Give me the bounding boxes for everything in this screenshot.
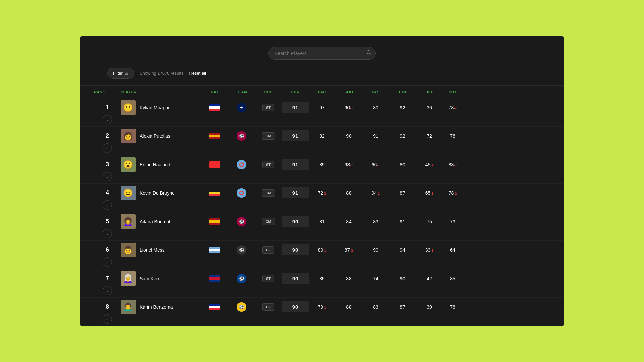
expand-button[interactable]: ⌄ <box>94 314 121 324</box>
position-badge: CM <box>255 132 282 140</box>
player-name: Karim Benzema <box>140 304 173 310</box>
nationality-flag <box>201 161 228 168</box>
sho-stat: 90 <box>335 133 362 139</box>
rank-cell: 8 <box>94 303 121 310</box>
dri-stat: 92 <box>389 105 416 110</box>
def-stat: 65-1 <box>416 190 443 196</box>
player-name: Kylian Mbappé <box>140 105 171 110</box>
pac-stat: 85 <box>309 276 335 281</box>
expand-button[interactable]: ⌄ <box>94 229 121 238</box>
expand-circle-btn[interactable]: ⌄ <box>103 172 112 181</box>
expand-button[interactable]: ⌄ <box>94 143 121 153</box>
pac-stat: 82 <box>309 133 335 139</box>
player-cell: 👩 Alexia Putellas <box>121 129 201 143</box>
search-button[interactable] <box>366 50 372 57</box>
ovr-stat: 91 <box>282 159 309 170</box>
ovr-stat: 91 <box>282 130 309 141</box>
expand-circle-btn[interactable]: ⌄ <box>103 257 112 267</box>
rank-cell: 6 <box>94 246 121 253</box>
player-cell: 👩‍🦱 Aitana Bonmatí <box>121 214 201 229</box>
nationality-flag <box>201 133 228 139</box>
svg-line-1 <box>370 53 371 55</box>
team-logo: ✦ <box>228 103 255 112</box>
position-badge: ST <box>255 104 282 111</box>
sho-stat: 88 <box>335 190 362 196</box>
ovr-stat: 90 <box>282 216 309 227</box>
col-def: DEF <box>416 90 443 94</box>
position-badge: CM <box>255 189 282 197</box>
col-team: TEAM <box>228 90 255 94</box>
player-name: Erling Haaland <box>140 162 170 167</box>
team-logo: ⭕ <box>228 188 255 198</box>
avatar: 😐 <box>121 100 136 115</box>
expand-circle-btn[interactable]: ⌄ <box>103 229 112 238</box>
col-player: PLAYER <box>121 90 201 94</box>
phy-stat: 73 <box>443 219 463 224</box>
def-stat: 75 <box>416 219 443 224</box>
expand-circle-btn[interactable]: ⌄ <box>103 200 112 210</box>
col-pas: PAS <box>362 90 389 94</box>
pas-stat: 74 <box>362 276 389 281</box>
phy-stat: 78 <box>443 133 463 139</box>
position-badge: ST <box>255 275 282 282</box>
sho-stat: 90-1 <box>335 105 362 110</box>
table-row: 3 😮 Erling Haaland ⭕ ST 91 89 93-2 66-1 … <box>80 155 564 184</box>
expand-button[interactable]: ⌄ <box>94 200 121 210</box>
nationality-flag <box>201 104 228 111</box>
pac-stat: 97 <box>309 105 335 110</box>
table-row: 4 😑 Kevin De Bruyne ⭕ CM 91 72-2 88 94-1… <box>80 184 564 212</box>
table-row: 1 😐 Kylian Mbappé ✦ ST 91 97 90-1 80 92 … <box>80 98 564 127</box>
filter-bar: Filter ⊟ Showing 17670 results Reset all <box>80 68 564 85</box>
pac-stat: 81 <box>309 219 335 224</box>
expand-button[interactable]: ⌄ <box>94 286 121 295</box>
rank-cell: 5 <box>94 218 121 225</box>
position-badge: ST <box>255 161 282 168</box>
phy-stat: 88-1 <box>443 162 463 167</box>
expand-circle-btn[interactable]: ⌄ <box>103 115 112 124</box>
team-logo: ⚽ <box>228 302 255 312</box>
ovr-stat: 90 <box>282 244 309 255</box>
expand-circle-btn[interactable]: ⌄ <box>103 143 112 153</box>
position-badge: CF <box>255 303 282 311</box>
table-body: 1 😐 Kylian Mbappé ✦ ST 91 97 90-1 80 92 … <box>80 98 564 326</box>
col-sho: SHO <box>335 90 362 94</box>
filter-button[interactable]: Filter ⊟ <box>107 68 134 79</box>
avatar: 👩 <box>121 129 136 143</box>
nationality-flag <box>201 190 228 196</box>
rank-cell: 1 <box>94 104 121 111</box>
phy-stat: 64 <box>443 247 463 253</box>
avatar: 👨‍🦱 <box>121 300 136 314</box>
pas-stat: 83 <box>362 304 389 310</box>
avatar: 😮 <box>121 157 136 172</box>
reset-button[interactable]: Reset all <box>189 71 206 76</box>
expand-button[interactable]: ⌄ <box>94 172 121 181</box>
player-name: Lionel Messi <box>140 247 166 253</box>
search-input[interactable] <box>268 47 376 60</box>
player-name: Kevin De Bruyne <box>140 190 175 196</box>
phy-stat: 78 <box>443 304 463 310</box>
expand-button[interactable]: ⌄ <box>94 115 121 124</box>
expand-circle-btn[interactable]: ⌄ <box>103 286 112 295</box>
nationality-flag <box>201 247 228 253</box>
col-ovr: OVR <box>282 90 309 94</box>
player-cell: 👩‍🦳 Sam Kerr <box>121 271 201 286</box>
def-stat: 45-4 <box>416 162 443 167</box>
position-badge: CM <box>255 218 282 225</box>
dri-stat: 92 <box>389 133 416 139</box>
rank-cell: 3 <box>94 161 121 168</box>
pas-stat: 80 <box>362 105 389 110</box>
col-phy: PHY <box>443 90 463 94</box>
avatar: 😑 <box>121 186 136 200</box>
team-logo: ⚽ <box>228 274 255 283</box>
table-row: 5 👩‍🦱 Aitana Bonmatí ⚽ CM 90 81 84 83 91… <box>80 212 564 241</box>
dri-stat: 80 <box>389 162 416 167</box>
table-row: 7 👩‍🦳 Sam Kerr ⚽ ST 90 85 88 74 90 42 85… <box>80 269 564 298</box>
expand-button[interactable]: ⌄ <box>94 257 121 267</box>
expand-circle-btn[interactable]: ⌄ <box>103 314 112 324</box>
dri-stat: 90 <box>389 276 416 281</box>
pas-stat: 66-1 <box>362 162 389 167</box>
pas-stat: 91 <box>362 133 389 139</box>
pac-stat: 72-2 <box>309 190 335 196</box>
player-cell: 😮 Erling Haaland <box>121 157 201 172</box>
pas-stat: 90 <box>362 247 389 253</box>
